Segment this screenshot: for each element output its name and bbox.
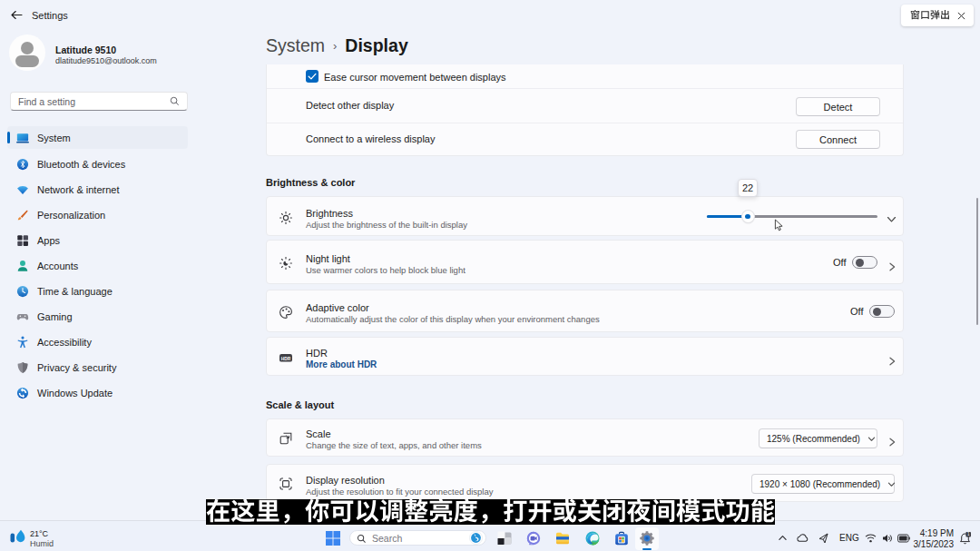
svg-text:HDR: HDR bbox=[281, 357, 291, 361]
svg-text:1: 1 bbox=[967, 532, 970, 536]
